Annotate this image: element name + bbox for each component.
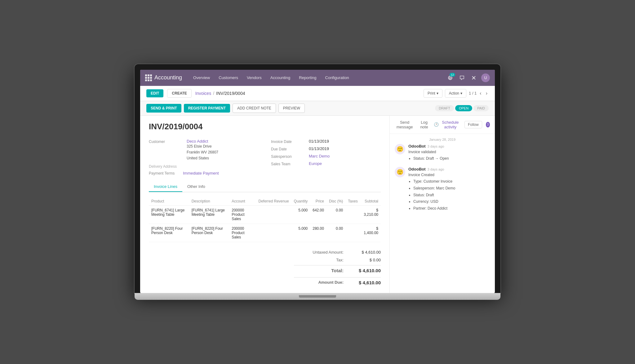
follow-button[interactable]: Follow bbox=[464, 121, 482, 128]
invoice-number: INV/2019/0004 bbox=[149, 122, 381, 131]
close-icon[interactable] bbox=[469, 73, 478, 82]
laptop-screen: Accounting Overview Customers Vendors Ac… bbox=[135, 64, 500, 293]
delivery-address-label: Delivery Address bbox=[149, 164, 259, 169]
grid-icon[interactable] bbox=[145, 74, 152, 81]
preview-button[interactable]: PREVIEW bbox=[278, 104, 305, 113]
address-line3: United States bbox=[187, 155, 218, 161]
send-print-button[interactable]: SEND & PRINT bbox=[146, 104, 181, 113]
amount-due-label: Amount Due: bbox=[294, 280, 344, 285]
tab-invoice-lines[interactable]: Invoice Lines bbox=[149, 182, 182, 192]
message-1-time: 3 days ago bbox=[428, 144, 444, 148]
print-button[interactable]: Print ▾ bbox=[424, 89, 442, 98]
schedule-activity-button[interactable]: 🕐 Schedule activity bbox=[434, 120, 461, 129]
status-pills: DRAFT OPEN PAID bbox=[435, 105, 489, 111]
log-note-button[interactable]: Log note bbox=[418, 119, 430, 131]
amount-due-row: Amount Due: $ 4,610.00 bbox=[294, 277, 381, 287]
address-line2: Franklin WV 26807 bbox=[187, 149, 218, 155]
nav-overview[interactable]: Overview bbox=[189, 73, 214, 82]
odoobot-avatar-2: 🙂 bbox=[395, 167, 405, 177]
payment-terms-label: Payment Terms bbox=[149, 171, 183, 175]
status-open[interactable]: OPEN bbox=[455, 105, 472, 111]
breadcrumb-bar: EDIT CREATE Invoices / INV/2019/0004 Pri… bbox=[140, 86, 495, 101]
pagination: 1 / 1 ‹ › bbox=[469, 90, 489, 97]
breadcrumb-separator: / bbox=[213, 91, 214, 96]
list-item: Partner: Deco Addict bbox=[413, 205, 490, 212]
screen-inner: Accounting Overview Customers Vendors Ac… bbox=[140, 70, 495, 293]
edit-button[interactable]: EDIT bbox=[146, 89, 163, 97]
message-2-header: OdooBot 3 days ago bbox=[408, 167, 490, 171]
add-credit-note-button[interactable]: ADD CREDIT NOTE bbox=[233, 104, 276, 113]
action-button[interactable]: Action ▾ bbox=[445, 89, 466, 98]
cell-price: 642.00 bbox=[310, 206, 326, 224]
status-draft[interactable]: DRAFT bbox=[435, 105, 454, 111]
action-toolbar: SEND & PRINT REGISTER PAYMENT ADD CREDIT… bbox=[140, 101, 495, 116]
customer-name[interactable]: Deco Addict bbox=[187, 139, 208, 144]
next-page-button[interactable]: › bbox=[485, 90, 489, 97]
cell-product: [FURN_8220] Four Person Desk bbox=[149, 224, 189, 242]
nav-customers[interactable]: Customers bbox=[215, 73, 242, 82]
cell-description: [FURN_8220] Four Person Desk bbox=[189, 224, 229, 242]
chat-icon[interactable] bbox=[458, 73, 466, 82]
untaxed-label: Untaxed Amount: bbox=[294, 250, 344, 255]
cell-subtotal: $ 1,400.00 bbox=[360, 224, 381, 242]
chatter-toolbar: Send message Log note 🕐 Schedule activit… bbox=[390, 116, 495, 134]
cell-taxes bbox=[345, 224, 360, 242]
log-note-label: Log note bbox=[418, 120, 430, 129]
cell-account: 200000 Product Sales bbox=[229, 224, 256, 242]
action-label: Action bbox=[449, 91, 459, 95]
message-2-time: 3 days ago bbox=[428, 167, 444, 171]
breadcrumb-actions: Print ▾ Action ▾ 1 / 1 ‹ › bbox=[424, 89, 489, 98]
list-item: Salesperson: Marc Demo bbox=[413, 185, 490, 192]
col-disc: Disc (%) bbox=[326, 197, 345, 206]
breadcrumb-parent[interactable]: Invoices bbox=[195, 91, 211, 96]
invoice-fields: Customer Deco Addict 325 Elsie Drive Fra… bbox=[149, 139, 381, 176]
invoice-area: INV/2019/0004 Customer Deco Addict 325 E… bbox=[140, 116, 389, 293]
top-nav: Overview Customers Vendors Accounting Re… bbox=[189, 73, 438, 82]
nav-reporting[interactable]: Reporting bbox=[295, 73, 320, 82]
send-message-button[interactable]: Send message bbox=[395, 119, 415, 131]
app-title: Accounting bbox=[154, 74, 182, 81]
chatter-area: Send message Log note 🕐 Schedule activit… bbox=[389, 116, 495, 293]
nav-configuration[interactable]: Configuration bbox=[322, 73, 353, 82]
register-payment-button[interactable]: REGISTER PAYMENT bbox=[184, 104, 230, 113]
dates-field-group: Invoice Date 01/13/2019 Due Date 01/13/2… bbox=[271, 139, 381, 176]
col-taxes: Taxes bbox=[345, 197, 360, 206]
payment-terms-value[interactable]: Immediate Payment bbox=[183, 171, 219, 175]
nav-vendors[interactable]: Vendors bbox=[243, 73, 265, 82]
status-paid[interactable]: PAID bbox=[473, 105, 489, 111]
cell-product: [FURN_6741] Large Meeting Table bbox=[149, 206, 189, 224]
cell-description: [FURN_6741] Large Meeting Table bbox=[189, 206, 229, 224]
odoobot-avatar-1: 🙂 bbox=[395, 144, 405, 154]
message-1-body: OdooBot 3 days ago Invoice validated Sta… bbox=[408, 144, 490, 162]
message-2: 🙂 OdooBot 3 days ago Invoice Created Typ… bbox=[395, 167, 490, 212]
user-avatar[interactable]: U bbox=[481, 73, 490, 82]
followers-badge[interactable]: 3 bbox=[486, 122, 490, 127]
tab-other-info[interactable]: Other Info bbox=[182, 182, 210, 192]
col-description: Description bbox=[189, 197, 229, 206]
tax-value: $ 0.00 bbox=[353, 258, 381, 262]
create-button[interactable]: CREATE bbox=[167, 89, 191, 98]
tax-row: Tax: $ 0.00 bbox=[294, 256, 381, 264]
sales-team-row: Sales Team Europe bbox=[271, 161, 381, 166]
app-logo[interactable]: Accounting bbox=[145, 74, 182, 81]
salesperson-value[interactable]: Marc Demo bbox=[309, 154, 330, 158]
message-1-list: Status: Draft → Open bbox=[408, 155, 490, 162]
cell-deferred bbox=[256, 224, 291, 242]
laptop-notch bbox=[299, 295, 336, 298]
laptop-base bbox=[135, 293, 500, 300]
notifications-icon[interactable]: C 12 bbox=[446, 73, 455, 82]
sales-team-label: Sales Team bbox=[271, 161, 305, 166]
prev-page-button[interactable]: ‹ bbox=[478, 90, 482, 97]
cell-price: 280.00 bbox=[310, 224, 326, 242]
cell-deferred bbox=[256, 206, 291, 224]
cell-disc: 0.00 bbox=[326, 224, 345, 242]
due-date-row: Due Date 01/13/2019 bbox=[271, 146, 381, 151]
table-row: [FURN_6741] Large Meeting Table [FURN_67… bbox=[149, 206, 381, 224]
cell-taxes bbox=[345, 206, 360, 224]
sales-team-value[interactable]: Europe bbox=[309, 161, 322, 166]
nav-accounting[interactable]: Accounting bbox=[267, 73, 294, 82]
untaxed-row: Untaxed Amount: $ 4,610.00 bbox=[294, 248, 381, 256]
message-2-body: OdooBot 3 days ago Invoice Created Type:… bbox=[408, 167, 490, 212]
topbar: Accounting Overview Customers Vendors Ac… bbox=[140, 70, 495, 86]
col-subtotal: Subtotal bbox=[360, 197, 381, 206]
